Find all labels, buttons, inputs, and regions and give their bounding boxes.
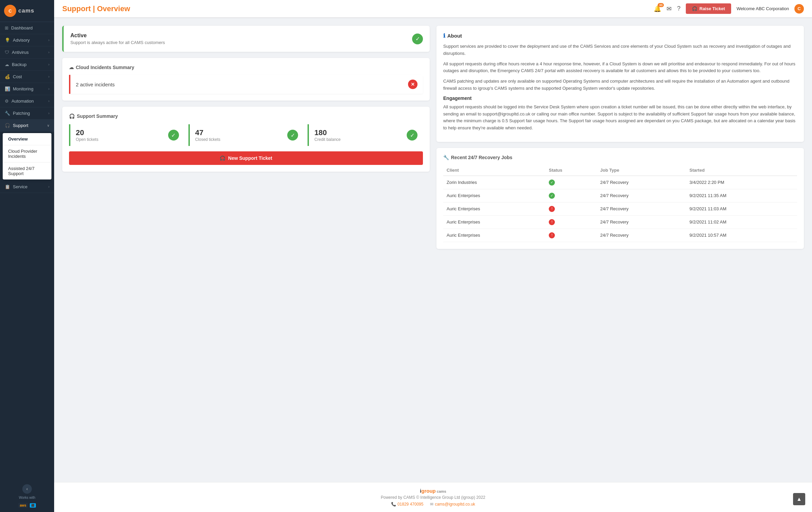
- about-title: ℹ About: [443, 33, 797, 39]
- notifications-button[interactable]: 🔔 33: [654, 5, 661, 13]
- content-area: Active Support is always active for all …: [54, 18, 812, 482]
- chevron-right-icon: ›: [48, 185, 49, 189]
- submenu-item-cloud-provider-incidents[interactable]: Cloud Provider Incidents: [3, 145, 51, 163]
- credit-balance-num: 180: [314, 128, 340, 137]
- email-link[interactable]: cams@igroupltd.co.uk: [435, 502, 475, 507]
- sidebar-item-monitoring[interactable]: 📊 Monitoring ›: [0, 83, 54, 95]
- microsoft-logo: ⬛: [30, 503, 36, 508]
- sidebar-item-advisory[interactable]: 💡 Advisory ›: [0, 34, 54, 46]
- support-summary-title: 🎧 Support Summary: [69, 113, 423, 119]
- row-started: 9/2/2021 11:35 AM: [686, 189, 797, 202]
- header-right: 🔔 33 ✉ ? 🎧 Raise Ticket Welcome ABC Corp…: [654, 3, 804, 14]
- row-status: ✓: [545, 189, 597, 202]
- sidebar-item-backup[interactable]: ☁ Backup ›: [0, 59, 54, 71]
- new-ticket-icon: 🎧: [220, 155, 225, 161]
- open-tickets-num: 20: [76, 128, 98, 137]
- logo-area: C cams: [0, 0, 54, 22]
- closed-tickets-check: ✓: [287, 130, 298, 141]
- recovery-table-body: Zorin Industries✓24/7 Recovery3/4/2022 2…: [443, 176, 797, 242]
- info-icon: ℹ: [443, 33, 445, 39]
- active-status-card: Active Support is always active for all …: [62, 26, 430, 52]
- row-job-type: 24/7 Recovery: [597, 189, 686, 202]
- cloud-icon: ☁: [69, 65, 74, 70]
- footer-phone: 📞 01829 470095: [391, 502, 424, 507]
- closed-tickets-label: Closed tickets: [195, 137, 221, 142]
- status-indicator: ✓: [549, 193, 555, 199]
- about-para-2: All support requests during office hours…: [443, 61, 797, 75]
- stat-open-tickets: 20 Open tickets ✓: [69, 124, 184, 146]
- aws-logo: aws: [18, 503, 28, 508]
- open-tickets-check: ✓: [168, 130, 179, 141]
- support-summary-label: Support Summary: [77, 113, 118, 119]
- main-content: Support | Overview 🔔 33 ✉ ? 🎧 Raise Tick…: [54, 0, 812, 512]
- chevron-right-icon: ›: [48, 38, 49, 42]
- cost-icon: 💰: [5, 74, 10, 79]
- raise-ticket-label: Raise Ticket: [699, 6, 725, 11]
- row-client: Auric Enterprises: [443, 202, 545, 215]
- about-card: ℹ About Support services are provided to…: [436, 26, 804, 142]
- left-column: Active Support is always active for all …: [62, 26, 430, 249]
- help-button[interactable]: ?: [677, 5, 680, 12]
- dashboard-icon: ⊞: [5, 25, 8, 30]
- phone-link[interactable]: 01829 470095: [398, 502, 424, 507]
- table-row: Auric Enterprises!24/7 Recovery9/2/2021 …: [443, 202, 797, 215]
- mail-button[interactable]: ✉: [667, 5, 672, 13]
- status-indicator: !: [549, 232, 555, 238]
- recovery-jobs-card: 🔧 Recent 24/7 Recovery Jobs Client Statu…: [436, 148, 804, 249]
- row-job-type: 24/7 Recovery: [597, 215, 686, 229]
- incident-error-icon: ✕: [408, 80, 418, 89]
- right-column: ℹ About Support services are provided to…: [436, 26, 804, 249]
- submenu-item-assisted-247-support[interactable]: Assisted 24/7 Support: [3, 163, 51, 179]
- cloud-incidents-label: Cloud Incidents Summary: [76, 65, 134, 70]
- about-para-3: CAMS patching and updates are only avail…: [443, 78, 797, 92]
- advisory-icon: 💡: [5, 38, 10, 43]
- chevron-right-icon: ›: [48, 87, 49, 91]
- sidebar-item-cost[interactable]: 💰 Cost ›: [0, 71, 54, 83]
- sidebar-item-service[interactable]: 📋 Service ›: [0, 181, 54, 193]
- row-job-type: 24/7 Recovery: [597, 176, 686, 189]
- scroll-to-top-button[interactable]: ▲: [793, 493, 805, 505]
- footer-logo: igroup cams: [60, 488, 807, 494]
- new-ticket-label: New Support Ticket: [228, 155, 272, 161]
- sidebar-item-automation[interactable]: ⚙ Automation ›: [0, 95, 54, 107]
- sidebar-item-dashboard[interactable]: ⊞ Dashboard: [0, 22, 54, 34]
- row-started: 9/2/2021 11:02 AM: [686, 215, 797, 229]
- new-support-ticket-button[interactable]: 🎧 New Support Ticket: [69, 151, 423, 165]
- footer-email: ✉ cams@igroupltd.co.uk: [430, 502, 475, 507]
- submenu-item-overview[interactable]: Overview: [3, 133, 51, 145]
- sidebar-label-backup: Backup: [12, 62, 26, 67]
- open-tickets-label: Open tickets: [76, 137, 98, 142]
- row-client: Auric Enterprises: [443, 215, 545, 229]
- wrench-icon: 🔧: [443, 155, 449, 160]
- row-client: Auric Enterprises: [443, 229, 545, 242]
- about-para-1: Support services are provided to cover t…: [443, 43, 797, 57]
- collapse-sidebar-button[interactable]: ‹: [22, 484, 32, 494]
- footer-powered-by: Powered by CAMS © Intelligence Group Ltd…: [60, 495, 807, 500]
- support-submenu: Overview Cloud Provider Incidents Assist…: [3, 133, 51, 179]
- chevron-right-icon: ›: [48, 111, 49, 115]
- headset-icon: 🎧: [69, 113, 75, 119]
- recovery-jobs-title: 🔧 Recent 24/7 Recovery Jobs: [443, 155, 797, 160]
- status-indicator: ✓: [549, 179, 555, 186]
- incident-row: 2 active incidents ✕: [69, 75, 423, 94]
- recovery-table-header: Client Status Job Type Started: [443, 165, 797, 176]
- sidebar-item-support[interactable]: 🎧 Support ∨: [0, 120, 54, 132]
- sidebar-label-advisory: Advisory: [13, 38, 30, 43]
- sidebar: C cams ⊞ Dashboard 💡 Advisory › 🛡 Antivi…: [0, 0, 54, 512]
- automation-icon: ⚙: [5, 99, 9, 104]
- sidebar-footer: ‹ Works with aws ⬛: [0, 480, 54, 512]
- user-avatar[interactable]: C: [794, 4, 804, 14]
- status-indicator: !: [549, 206, 555, 212]
- welcome-text: Welcome ABC Corporation: [737, 6, 789, 11]
- raise-ticket-button[interactable]: 🎧 Raise Ticket: [686, 3, 731, 14]
- stat-closed-tickets: 47 Closed tickets ✓: [188, 124, 304, 146]
- status-indicator: !: [549, 219, 555, 225]
- raise-ticket-icon: 🎧: [692, 6, 697, 11]
- sidebar-item-antivirus[interactable]: 🛡 Antivirus ›: [0, 46, 54, 59]
- engagement-text: All support requests should be logged in…: [443, 104, 797, 132]
- sidebar-item-patching[interactable]: 🔧 Patching ›: [0, 107, 54, 120]
- chevron-down-icon: ∨: [47, 124, 49, 127]
- engagement-title: Engagement: [443, 95, 797, 101]
- table-row: Auric Enterprises!24/7 Recovery9/2/2021 …: [443, 229, 797, 242]
- table-row: Auric Enterprises✓24/7 Recovery9/2/2021 …: [443, 189, 797, 202]
